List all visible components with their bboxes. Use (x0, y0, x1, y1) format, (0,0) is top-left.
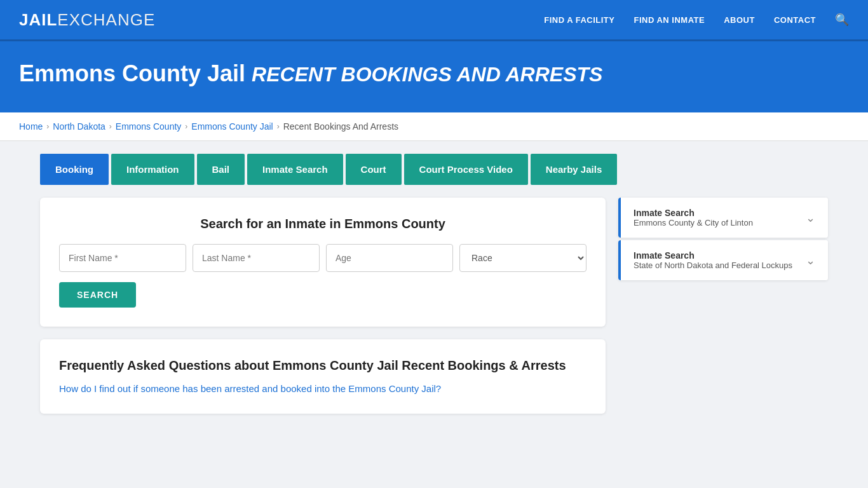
nav-find-inmate[interactable]: FIND AN INMATE (634, 15, 705, 25)
right-panel: Inmate Search Emmons County & City of Li… (618, 198, 828, 280)
faq-link-1[interactable]: How do I find out if someone has been ar… (59, 383, 441, 394)
breadcrumb-sep-4: › (277, 122, 280, 131)
sidebar-card-2-header[interactable]: Inmate Search State of North Dakota and … (618, 240, 828, 280)
search-icon-button[interactable]: 🔍 (835, 13, 849, 27)
site-logo[interactable]: JAILEXCHANGE (19, 10, 155, 30)
last-name-input[interactable] (193, 244, 320, 272)
breadcrumb-current: Recent Bookings And Arrests (283, 121, 398, 132)
nav-about[interactable]: ABOUT (724, 15, 755, 25)
search-card-title: Search for an Inmate in Emmons County (59, 217, 587, 231)
tab-nearby-jails[interactable]: Nearby Jails (531, 154, 617, 185)
search-form: Race White Black Hispanic Asian Other (59, 244, 587, 272)
first-name-input[interactable] (59, 244, 186, 272)
sidebar-card-1-header[interactable]: Inmate Search Emmons County & City of Li… (618, 198, 828, 238)
tab-bail[interactable]: Bail (197, 154, 245, 185)
nav-contact[interactable]: CONTACT (774, 15, 816, 25)
age-input[interactable] (326, 244, 453, 272)
content-row: Search for an Inmate in Emmons County Ra… (40, 198, 828, 414)
faq-card: Frequently Asked Questions about Emmons … (40, 339, 606, 414)
chevron-down-icon-2: ⌄ (806, 254, 815, 268)
left-panel: Search for an Inmate in Emmons County Ra… (40, 198, 606, 414)
hero-title-italic: RECENT BOOKINGS AND ARRESTS (252, 63, 602, 86)
nav-links: FIND A FACILITY FIND AN INMATE ABOUT CON… (544, 13, 849, 27)
navbar: JAILEXCHANGE FIND A FACILITY FIND AN INM… (0, 0, 868, 41)
page-title: Emmons County Jail RECENT BOOKINGS AND A… (19, 60, 849, 87)
breadcrumb: Home › North Dakota › Emmons County › Em… (19, 121, 849, 132)
breadcrumb-emmons-county[interactable]: Emmons County (116, 121, 181, 132)
logo-exchange: EXCHANGE (57, 10, 155, 29)
sidebar-card-2-subtitle: State of North Dakota and Federal Lockup… (634, 261, 792, 270)
chevron-down-icon: ⌄ (806, 211, 815, 225)
sidebar-card-2: Inmate Search State of North Dakota and … (618, 240, 828, 280)
hero-section: Emmons County Jail RECENT BOOKINGS AND A… (0, 41, 868, 112)
search-button[interactable]: SEARCH (59, 282, 136, 308)
breadcrumb-bar: Home › North Dakota › Emmons County › Em… (0, 112, 868, 141)
logo-jail: JAIL (19, 10, 57, 29)
main-content: Booking Information Bail Inmate Search C… (21, 141, 847, 426)
tab-court[interactable]: Court (346, 154, 402, 185)
sidebar-card-1: Inmate Search Emmons County & City of Li… (618, 198, 828, 238)
breadcrumb-emmons-county-jail[interactable]: Emmons County Jail (191, 121, 273, 132)
faq-title: Frequently Asked Questions about Emmons … (59, 358, 587, 373)
inmate-search-card: Search for an Inmate in Emmons County Ra… (40, 198, 606, 327)
tab-bar: Booking Information Bail Inmate Search C… (40, 154, 828, 185)
tab-court-process-video[interactable]: Court Process Video (404, 154, 528, 185)
sidebar-card-1-subtitle: Emmons County & City of Linton (634, 218, 753, 227)
breadcrumb-sep-2: › (109, 122, 112, 131)
race-select[interactable]: Race White Black Hispanic Asian Other (459, 244, 587, 272)
breadcrumb-north-dakota[interactable]: North Dakota (53, 121, 105, 132)
tab-booking[interactable]: Booking (40, 154, 109, 185)
tab-information[interactable]: Information (111, 154, 194, 185)
breadcrumb-sep-3: › (185, 122, 187, 131)
breadcrumb-home[interactable]: Home (19, 121, 43, 132)
sidebar-card-1-title: Inmate Search (634, 208, 753, 218)
sidebar-card-2-text: Inmate Search State of North Dakota and … (634, 250, 792, 270)
sidebar-card-2-title: Inmate Search (634, 250, 792, 261)
hero-title-main: Emmons County Jail (19, 60, 245, 86)
breadcrumb-sep-1: › (46, 122, 49, 131)
sidebar-card-1-text: Inmate Search Emmons County & City of Li… (634, 208, 753, 227)
nav-find-facility[interactable]: FIND A FACILITY (544, 15, 614, 25)
tab-inmate-search[interactable]: Inmate Search (247, 154, 343, 185)
